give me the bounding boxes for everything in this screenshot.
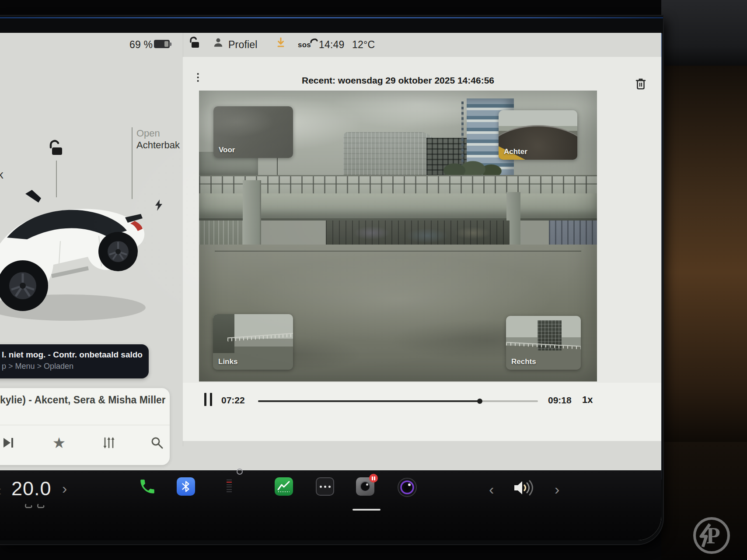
media-track-title: kylie) - Akcent, Sera & Misha Miller bbox=[0, 394, 165, 406]
profile-label[interactable]: Profiel bbox=[228, 39, 258, 51]
profile-icon[interactable] bbox=[213, 37, 224, 50]
equalizer-sliders-icon[interactable] bbox=[101, 435, 116, 450]
sentry-lens-app-icon[interactable] bbox=[397, 477, 415, 496]
search-icon[interactable] bbox=[150, 435, 164, 450]
app-dock: ‹ 20.0 › bbox=[0, 470, 661, 540]
pause-button[interactable] bbox=[203, 393, 213, 406]
dashcam-viewer: Recent: woensdag 29 oktober 2025 14:46:5… bbox=[183, 57, 661, 441]
notification-subtitle: p > Menu > Opladen bbox=[2, 362, 142, 371]
scene-underpass-graffiti bbox=[326, 220, 510, 248]
media-divider bbox=[0, 425, 170, 425]
camera-thumb-rear[interactable]: Achter bbox=[499, 110, 577, 160]
background-wood-desk bbox=[661, 66, 747, 442]
delete-trash-icon[interactable] bbox=[634, 77, 647, 93]
charge-port-bolt-icon[interactable] bbox=[154, 199, 164, 213]
bluetooth-app-icon[interactable] bbox=[177, 477, 195, 496]
playback-bar: 07:22 09:18 1x bbox=[183, 383, 661, 441]
next-track-icon[interactable] bbox=[1, 435, 16, 450]
seat-heater-indicators bbox=[24, 504, 45, 510]
open-trunk-button[interactable]: Open Achterbak bbox=[136, 127, 180, 151]
progress-fill bbox=[258, 400, 480, 402]
status-bar: 69 % Profiel bbox=[0, 33, 661, 57]
playback-speed-button[interactable]: 1x bbox=[582, 394, 593, 406]
volume-up-chevron[interactable]: › bbox=[555, 482, 559, 497]
tesla-ui: 69 % Profiel bbox=[0, 33, 661, 540]
active-app-indicator bbox=[353, 509, 380, 511]
temp-expand-chevron[interactable]: › bbox=[62, 481, 67, 496]
scene-building-center bbox=[343, 132, 436, 177]
download-icon[interactable] bbox=[276, 37, 286, 50]
volume-controls: ‹ › bbox=[486, 476, 569, 501]
camera-label-left: Links bbox=[218, 357, 237, 366]
dashcam-lens bbox=[360, 481, 370, 492]
phone-app-icon[interactable] bbox=[138, 477, 157, 496]
energy-chart-app-icon[interactable] bbox=[275, 477, 293, 496]
battery-icon bbox=[154, 40, 170, 48]
open-label: Open bbox=[136, 127, 180, 139]
watermark-logo: P bbox=[692, 516, 731, 555]
camera-label-front: Voor bbox=[219, 146, 235, 154]
camera-label-right: Rechts bbox=[511, 357, 536, 366]
elapsed-time: 07:22 bbox=[221, 395, 245, 406]
dock-chevron-left-edge[interactable]: ‹ bbox=[0, 483, 1, 497]
media-controls: ★ bbox=[0, 433, 170, 459]
dashcam-app-icon[interactable] bbox=[356, 477, 374, 496]
camera-thumb-left[interactable]: Links bbox=[213, 314, 293, 370]
recording-title: Recent: woensdag 29 oktober 2025 14:46:5… bbox=[183, 75, 613, 86]
main-camera-view[interactable]: Voor Achter Links Re bbox=[199, 91, 597, 382]
speaker-icon[interactable] bbox=[513, 478, 537, 499]
left-thumb-building bbox=[213, 314, 234, 353]
camera-label-rear: Achter bbox=[504, 147, 527, 156]
vehicle-lock-icon[interactable] bbox=[47, 140, 64, 159]
screen-bezel: 69 % Profiel bbox=[0, 16, 663, 544]
progress-track[interactable] bbox=[258, 400, 538, 402]
notification-toast[interactable]: l. niet mog. - Contr. onbetaald saldo p … bbox=[0, 344, 149, 378]
volume-down-chevron[interactable]: ‹ bbox=[489, 482, 494, 497]
camera-thumb-right[interactable]: Rechts bbox=[506, 316, 581, 370]
progress-handle[interactable] bbox=[477, 399, 482, 404]
more-apps-icon[interactable] bbox=[316, 477, 334, 496]
background-blinds bbox=[661, 0, 747, 66]
total-duration: 09:18 bbox=[548, 395, 572, 406]
trunk-label: Achterbak bbox=[136, 139, 180, 151]
media-player-card[interactable]: kylie) - Akcent, Sera & Misha Miller ★ bbox=[0, 388, 170, 465]
recording-paused-badge bbox=[369, 474, 378, 483]
left-thumb-railing bbox=[227, 333, 293, 342]
sos-phone-icon bbox=[310, 37, 318, 47]
interior-temp-control[interactable]: 20.0 bbox=[11, 477, 52, 500]
screen-glare bbox=[0, 17, 663, 18]
favorite-star-icon[interactable]: ★ bbox=[52, 435, 66, 450]
notification-title: l. niet mog. - Contr. onbetaald saldo bbox=[2, 350, 142, 360]
scene-pillar-left bbox=[243, 180, 261, 247]
vehicle-render bbox=[0, 172, 152, 331]
clock[interactable]: 14:49 bbox=[319, 39, 345, 51]
camera-thumb-front[interactable]: Voor bbox=[213, 106, 293, 158]
unlocked-padlock-icon[interactable] bbox=[188, 36, 200, 51]
sos-label[interactable]: sos bbox=[298, 41, 311, 49]
battery-percent: 69 % bbox=[129, 39, 153, 51]
outside-temperature[interactable]: 12°C bbox=[352, 39, 375, 51]
tesla-screen-photo: 69 % Profiel bbox=[0, 0, 747, 560]
